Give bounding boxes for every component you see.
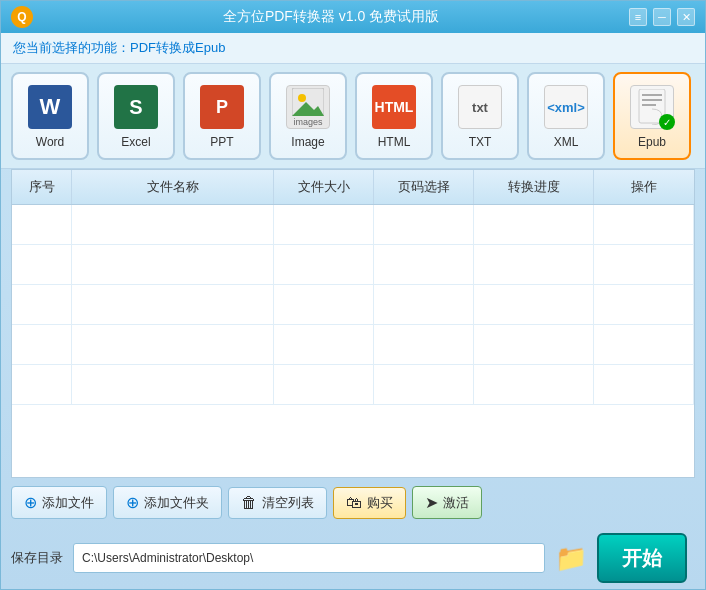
table-header: 序号 文件名称 文件大小 页码选择 转换进度 操作 <box>12 170 694 205</box>
start-label: 开始 <box>622 547 662 569</box>
settings-button[interactable]: ≡ <box>629 8 647 26</box>
xml-icon: <xml> <box>544 85 588 129</box>
add-file-label: 添加文件 <box>42 494 94 512</box>
add-file-icon: ⊕ <box>24 493 37 512</box>
txt-label: TXT <box>469 135 492 149</box>
xml-label: XML <box>554 135 579 149</box>
window-title: 全方位PDF转换器 v1.0 免费试用版 <box>33 8 629 26</box>
file-table: 序号 文件名称 文件大小 页码选择 转换进度 操作 <box>11 169 695 478</box>
html-icon: HTML <box>372 85 416 129</box>
toolbar-xml-button[interactable]: <xml> XML <box>527 72 605 160</box>
subtitle-prefix: 您当前选择的功能： <box>13 40 130 55</box>
add-folder-label: 添加文件夹 <box>144 494 209 512</box>
col-header-progress: 转换进度 <box>474 170 594 204</box>
ppt-label: PPT <box>210 135 233 149</box>
subtitle-link[interactable]: PDF转换成Epub <box>130 40 225 55</box>
epub-label: Epub <box>638 135 666 149</box>
activate-icon: ➤ <box>425 493 438 512</box>
table-row <box>12 365 694 405</box>
toolbar-epub-button[interactable]: ✓ Epub <box>613 72 691 160</box>
minimize-button[interactable]: ─ <box>653 8 671 26</box>
col-header-action: 操作 <box>594 170 694 204</box>
subtitle-bar: 您当前选择的功能：PDF转换成Epub <box>1 33 705 64</box>
activate-label: 激活 <box>443 494 469 512</box>
clear-list-button[interactable]: 🗑 清空列表 <box>228 487 327 519</box>
clear-list-icon: 🗑 <box>241 494 257 512</box>
toolbar-ppt-button[interactable]: P PPT <box>183 72 261 160</box>
html-label: HTML <box>378 135 411 149</box>
toolbar-txt-button[interactable]: txt TXT <box>441 72 519 160</box>
buy-button[interactable]: 🛍 购买 <box>333 487 406 519</box>
folder-icon: 📁 <box>555 543 587 574</box>
add-file-button[interactable]: ⊕ 添加文件 <box>11 486 107 519</box>
app-logo: Q <box>11 6 33 28</box>
buy-label: 购买 <box>367 494 393 512</box>
table-row <box>12 325 694 365</box>
col-header-filesize: 文件大小 <box>274 170 374 204</box>
txt-icon: txt <box>458 85 502 129</box>
main-window: Q 全方位PDF转换器 v1.0 免费试用版 ≡ ─ ✕ 您当前选择的功能：PD… <box>0 0 706 590</box>
save-dir-row: 保存目录 📁 开始 <box>1 527 705 589</box>
start-button[interactable]: 开始 <box>597 533 687 583</box>
title-bar: Q 全方位PDF转换器 v1.0 免费试用版 ≡ ─ ✕ <box>1 1 705 33</box>
excel-label: Excel <box>121 135 150 149</box>
save-dir-input[interactable] <box>73 543 545 573</box>
save-dir-label: 保存目录 <box>11 549 63 567</box>
col-header-seq: 序号 <box>12 170 72 204</box>
toolbar: W Word S Excel P PPT <box>1 64 705 169</box>
excel-icon: S <box>114 85 158 129</box>
svg-rect-6 <box>642 104 656 106</box>
activate-button[interactable]: ➤ 激活 <box>412 486 482 519</box>
action-buttons-row: ⊕ 添加文件 ⊕ 添加文件夹 🗑 清空列表 🛍 购买 ➤ 激活 <box>1 478 705 527</box>
table-row <box>12 245 694 285</box>
browse-folder-button[interactable]: 📁 <box>555 542 587 574</box>
col-header-pagesel: 页码选择 <box>374 170 474 204</box>
svg-rect-4 <box>642 94 662 96</box>
table-body <box>12 205 694 477</box>
word-label: Word <box>36 135 64 149</box>
window-controls: ≡ ─ ✕ <box>629 8 695 26</box>
col-header-filename: 文件名称 <box>72 170 274 204</box>
toolbar-html-button[interactable]: HTML HTML <box>355 72 433 160</box>
close-button[interactable]: ✕ <box>677 8 695 26</box>
image-label: Image <box>291 135 324 149</box>
svg-rect-5 <box>642 99 662 101</box>
table-row <box>12 205 694 245</box>
add-folder-icon: ⊕ <box>126 493 139 512</box>
image-icon: images <box>286 85 330 129</box>
buy-icon: 🛍 <box>346 494 362 512</box>
clear-list-label: 清空列表 <box>262 494 314 512</box>
table-row <box>12 285 694 325</box>
add-folder-button[interactable]: ⊕ 添加文件夹 <box>113 486 222 519</box>
epub-icon: ✓ <box>630 85 674 129</box>
toolbar-excel-button[interactable]: S Excel <box>97 72 175 160</box>
toolbar-word-button[interactable]: W Word <box>11 72 89 160</box>
word-icon: W <box>28 85 72 129</box>
toolbar-image-button[interactable]: images Image <box>269 72 347 160</box>
svg-point-1 <box>298 94 306 102</box>
ppt-icon: P <box>200 85 244 129</box>
